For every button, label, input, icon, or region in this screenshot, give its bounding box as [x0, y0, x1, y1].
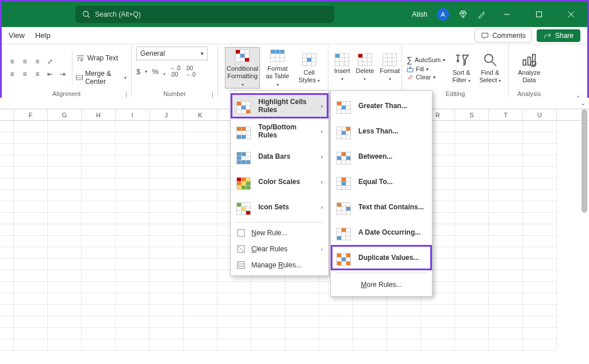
- format-table-icon: [270, 49, 285, 62]
- share-button[interactable]: Share: [537, 29, 580, 42]
- menu-more-rules[interactable]: More Rules...: [331, 275, 432, 294]
- align-right-button[interactable]: ≡: [32, 68, 43, 80]
- pen-icon[interactable]: [477, 10, 486, 19]
- menu-between[interactable]: Between...: [331, 144, 432, 169]
- decrease-indent-button[interactable]: ⇤: [44, 68, 56, 80]
- col-header[interactable]: U: [523, 109, 557, 120]
- align-center-button[interactable]: ≡: [19, 68, 30, 80]
- menu-highlight-cells-rules[interactable]: Highlight Cells Rules›: [231, 93, 328, 118]
- svg-line-17: [239, 247, 243, 251]
- search-placeholder: Search (Alt+Q): [95, 10, 141, 18]
- databars-icon: [236, 152, 251, 164]
- tab-view[interactable]: View: [9, 31, 25, 40]
- svg-rect-11: [523, 60, 526, 65]
- svg-rect-3: [537, 12, 542, 17]
- find-select-button[interactable]: Find & Select ▾: [477, 47, 503, 89]
- menu-manage-rules[interactable]: Manage Rules...: [231, 257, 328, 273]
- wrap-text-button[interactable]: Wrap Text: [76, 50, 127, 66]
- format-as-table-button[interactable]: Format as Table ▾: [263, 47, 292, 89]
- close-button[interactable]: [560, 3, 583, 26]
- col-header[interactable]: S: [455, 109, 489, 120]
- format-button[interactable]: Format▾: [378, 47, 401, 89]
- analyze-data-button[interactable]: Analyze Data: [514, 47, 545, 89]
- insert-button[interactable]: Insert▾: [333, 47, 351, 89]
- search-box[interactable]: Search (Alt+Q): [75, 6, 334, 23]
- menu-top-bottom-rules[interactable]: Top/Bottom Rules›: [231, 118, 328, 144]
- insert-icon: [335, 53, 349, 66]
- percent-button[interactable]: %: [152, 67, 159, 76]
- align-middle-button[interactable]: ≡: [19, 56, 30, 67]
- col-header[interactable]: J: [150, 109, 183, 120]
- align-top-button[interactable]: ≡: [6, 56, 18, 67]
- currency-button[interactable]: $: [136, 67, 140, 76]
- equal-to-icon: [336, 177, 351, 190]
- vertical-scrollbar[interactable]: [581, 109, 588, 362]
- date-occurring-icon: [336, 228, 351, 240]
- orientation-button[interactable]: ⤢: [44, 56, 56, 67]
- col-header[interactable]: K: [183, 109, 217, 120]
- svg-rect-18: [238, 262, 244, 269]
- col-header[interactable]: G: [48, 109, 82, 120]
- menu-date-occurring[interactable]: A Date Occurring...: [331, 220, 432, 245]
- group-alignment-label: Alignment: [52, 90, 81, 97]
- merge-icon: [76, 73, 83, 82]
- search-icon: [82, 10, 90, 18]
- cell-styles-button[interactable]: Cell Styles ▾: [295, 47, 323, 89]
- menu-equal-to[interactable]: Equal To...: [331, 169, 432, 194]
- highlight-rules-icon: [236, 101, 251, 114]
- decrease-decimal-button[interactable]: .00→.0: [185, 65, 196, 78]
- analyze-icon: [521, 52, 537, 68]
- menubar: View Help Comments Share: [2, 27, 587, 44]
- menu-less-than[interactable]: Less Than...: [331, 118, 432, 144]
- menu-new-rule[interactable]: New Rule...: [231, 225, 328, 241]
- increase-decimal-button[interactable]: ←.0.00: [170, 65, 180, 78]
- svg-rect-8: [407, 68, 413, 72]
- menu-text-contains[interactable]: Text that Contains...: [331, 194, 432, 220]
- conditional-formatting-icon: [235, 49, 250, 62]
- menu-clear-rules[interactable]: Clear Rules›: [231, 241, 328, 257]
- merge-center-button[interactable]: Merge & Center ▾: [76, 70, 127, 86]
- less-than-icon: [336, 127, 351, 139]
- delete-icon: [358, 53, 372, 66]
- svg-point-0: [83, 12, 89, 17]
- text-contains-icon: [336, 202, 351, 215]
- select-all-corner[interactable]: [0, 109, 14, 120]
- wrap-text-icon: [76, 53, 85, 63]
- increase-indent-button[interactable]: ⇥: [57, 68, 68, 80]
- user-name[interactable]: Atish: [412, 10, 427, 18]
- comma-button[interactable]: ,: [163, 67, 166, 76]
- conditional-formatting-menu: Highlight Cells Rules› Top/Bottom Rules›…: [230, 90, 329, 276]
- col-header[interactable]: T: [489, 109, 523, 120]
- topbottom-icon: [236, 127, 251, 139]
- user-avatar[interactable]: A: [437, 8, 449, 21]
- svg-rect-13: [533, 54, 536, 65]
- diamond-icon[interactable]: [458, 10, 468, 19]
- between-icon: [336, 152, 351, 164]
- menu-color-scales[interactable]: Color Scales›: [231, 169, 328, 194]
- maximize-button[interactable]: [527, 3, 550, 26]
- sort-filter-button[interactable]: Sort & Filter ▾: [449, 47, 474, 89]
- align-left-button[interactable]: ≡: [6, 68, 18, 80]
- duplicate-values-icon: [336, 253, 351, 266]
- sort-filter-icon: [453, 52, 469, 68]
- align-bottom-button[interactable]: ≡: [32, 56, 43, 67]
- tab-help[interactable]: Help: [35, 31, 51, 40]
- autosum-button[interactable]: ∑AutoSum ▾: [407, 55, 445, 64]
- comments-button[interactable]: Comments: [475, 29, 532, 43]
- minimize-button[interactable]: [495, 3, 518, 26]
- group-number-label: Number: [163, 90, 186, 97]
- col-header[interactable]: H: [82, 109, 116, 120]
- conditional-formatting-button[interactable]: Conditional Formatting ▾: [225, 47, 260, 89]
- svg-point-9: [485, 54, 493, 62]
- delete-button[interactable]: Delete▾: [355, 47, 376, 89]
- col-header[interactable]: I: [116, 109, 150, 120]
- col-header[interactable]: F: [14, 109, 48, 120]
- clear-button[interactable]: Clear ▾: [407, 74, 445, 81]
- menu-data-bars[interactable]: Data Bars›: [231, 144, 328, 169]
- menu-icon-sets[interactable]: Icon Sets›: [231, 194, 328, 220]
- menu-greater-than[interactable]: Greater Than...: [331, 93, 432, 118]
- fill-button[interactable]: Fill ▾: [407, 66, 445, 72]
- number-format-combo[interactable]: General▾: [136, 47, 208, 60]
- group-alignment: ≡ ≡ ≡ ⤢ ≡ ≡ ≡ ⇤ ⇥ Wrap Text: [2, 44, 132, 99]
- menu-duplicate-values[interactable]: Duplicate Values...: [331, 245, 432, 270]
